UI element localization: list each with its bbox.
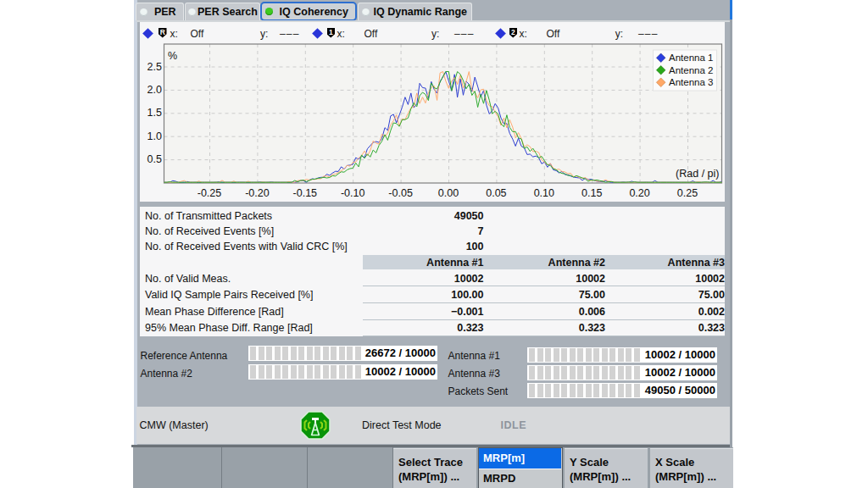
svg-text:(Rad / pi): (Rad / pi)	[676, 168, 719, 180]
svg-text:%: %	[168, 50, 177, 62]
svg-text:Antenna 3: Antenna 3	[669, 77, 713, 87]
svg-text:Antenna 1: Antenna 1	[669, 53, 713, 63]
svg-text:Antenna 2: Antenna 2	[669, 65, 713, 75]
